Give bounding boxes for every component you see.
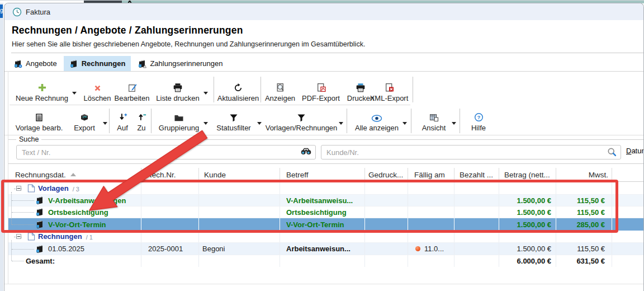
export-package-icon — [79, 112, 89, 122]
table-row-invoice-2025-0001[interactable]: 01.05.2025 2025-0001 Begoni Arbeitsanwei… — [8, 243, 644, 255]
pdf-export-button[interactable]: PDF-Export — [300, 77, 342, 102]
column-header-betreff[interactable]: Betreff — [280, 168, 365, 181]
template-doc-icon — [35, 196, 44, 205]
chevron-down-icon[interactable] — [339, 122, 343, 125]
table-header: Rechnungsdat. Rech.Nr. Kunde Betreff Ged… — [8, 168, 644, 182]
sort-ascending-icon — [70, 173, 76, 176]
total-betrag: 6.000,00 € — [499, 255, 556, 267]
divider — [4, 135, 643, 135]
separator — [411, 109, 411, 133]
page-subtitle: Hier sehen Sie alle bisher geschriebenen… — [12, 40, 365, 48]
button-label: Ansicht — [422, 124, 446, 132]
group-row-vorlagen[interactable]: Vorlagen / 3 — [8, 182, 644, 195]
collapse-groups-button[interactable]: Zu — [133, 109, 150, 132]
button-label: Liste drucken — [156, 94, 199, 102]
date-filter-link[interactable]: Datum — [626, 147, 644, 155]
xml-icon — [385, 83, 394, 92]
column-header-betrag[interactable]: Betrag (nett... — [499, 168, 556, 181]
template-name: Ortsbesichtigung — [48, 208, 108, 217]
button-label: Neue Rechnung — [16, 94, 68, 102]
edit-template-button[interactable]: Vorlage bearb. — [13, 109, 65, 132]
button-label: Bearbeiten — [115, 94, 150, 102]
arrow-up-minus-icon — [137, 112, 146, 122]
chevron-down-icon[interactable] — [72, 92, 77, 95]
status-filter-button[interactable]: Statusfilter — [212, 109, 255, 132]
button-label: Vorlage bearb. — [16, 124, 63, 132]
betrag-cell: 1.500,00 € — [499, 218, 556, 231]
table-row-v-vor-ort-termin-selected[interactable]: V-Vor-Ort-Termin V-Vor-Ort-Termin 1.500,… — [8, 218, 644, 231]
printer-icon — [173, 83, 183, 92]
preview-button[interactable]: Anzeigen — [263, 77, 297, 102]
new-invoice-button[interactable]: Neue Rechnung — [15, 77, 69, 102]
tab-angebote[interactable]: Angebote — [8, 56, 63, 71]
show-all-button[interactable]: Alle anzeigen — [353, 109, 400, 132]
help-button[interactable]: ? Hilfe — [467, 109, 490, 132]
betrag-cell: 1.500,00 € — [499, 243, 556, 255]
background-left-strip — [0, 3, 3, 291]
template-doc-icon — [35, 208, 44, 217]
column-header-rechnr[interactable]: Rech.Nr. — [141, 168, 199, 181]
chevron-down-icon[interactable] — [402, 122, 407, 125]
table-row-ortsbesichtigung[interactable]: Ortsbesichtigung Ortsbesichtigung 1.500,… — [8, 206, 644, 218]
separator — [151, 109, 151, 133]
kunde-cell: Begoni — [199, 243, 280, 255]
button-label: Auf — [117, 124, 128, 132]
table-row-v-arbeitsanweisungen[interactable]: V-Arbeitsanweisungen V-Arbeitsanweisu...… — [8, 195, 644, 206]
separator — [413, 77, 413, 102]
edit-note-icon — [127, 83, 137, 92]
separator — [460, 109, 460, 133]
grouping-button[interactable]: Gruppierung — [155, 109, 202, 132]
mwst-cell: 115,50 € — [556, 243, 612, 255]
separator — [261, 77, 261, 102]
button-label: Statusfilter — [216, 124, 250, 132]
template-name: V-Arbeitsanweisungen — [48, 196, 126, 205]
window-title: Faktura — [26, 8, 50, 16]
chevron-down-icon[interactable] — [452, 122, 456, 125]
group-row-rechnungen[interactable]: Rechnungen / 1 — [8, 231, 644, 243]
template-name: V-Vor-Ort-Termin — [48, 220, 106, 229]
separator — [347, 109, 347, 133]
table-row-total: Gesamt: 6.000,00 € 631,50 € — [8, 255, 644, 267]
divider — [4, 284, 643, 284]
betreff-cell: V-Arbeitsanweisu... — [280, 195, 365, 206]
due-date: 11.0... — [424, 245, 444, 253]
edit-button[interactable]: Bearbeiten — [113, 77, 150, 102]
betrag-cell: 1.500,00 € — [499, 206, 556, 218]
search-customer-input[interactable] — [321, 145, 621, 159]
delete-button[interactable]: Löschen — [81, 77, 113, 102]
tab-label: Angebote — [26, 59, 57, 68]
tab-rechnungen[interactable]: Rechnungen — [64, 56, 131, 71]
export-button[interactable]: Export — [68, 109, 101, 132]
magnifier-icon[interactable] — [607, 147, 617, 159]
button-label: Gruppierung — [159, 124, 199, 132]
xml-export-button[interactable]: XML-Export — [368, 77, 410, 102]
column-header-rechnungsdatum[interactable]: Rechnungsdat. — [8, 168, 141, 181]
column-header-gedruckt[interactable]: Gedruck... — [365, 168, 408, 181]
column-header-bezahlt[interactable]: Bezahlt ... — [454, 168, 499, 181]
svg-text:?: ? — [477, 114, 480, 120]
due-status-dot — [415, 246, 420, 251]
search-text-input[interactable] — [16, 145, 316, 159]
refresh-button[interactable]: Aktualisieren — [216, 77, 261, 102]
delete-x-icon — [93, 84, 102, 92]
printer-blue-icon — [356, 83, 366, 92]
window-titlebar[interactable]: Faktura — [4, 3, 643, 20]
chevron-down-icon[interactable] — [103, 122, 107, 125]
chevron-down-icon[interactable] — [203, 122, 208, 125]
expand-groups-button[interactable]: Auf — [113, 109, 132, 132]
offers-doc-icon — [13, 59, 22, 68]
templates-invoices-filter-button[interactable]: Vorlagen/Rechnungen — [266, 109, 337, 132]
invoice-number-cell: 2025-0001 — [141, 243, 199, 255]
chevron-down-icon[interactable] — [203, 92, 208, 95]
view-button[interactable]: Ansicht — [418, 109, 449, 132]
total-label: Gesamt: — [8, 255, 141, 267]
column-header-faellig[interactable]: Fällig am — [408, 168, 454, 181]
chevron-down-icon[interactable] — [257, 122, 262, 125]
divider — [11, 53, 643, 53]
divider — [8, 71, 8, 284]
binoculars-icon[interactable] — [301, 147, 311, 157]
column-header-kunde[interactable]: Kunde — [199, 168, 280, 181]
tab-zahlungserinnerungen[interactable]: Zahlungserinnerungen — [132, 56, 228, 71]
print-list-button[interactable]: Liste drucken — [154, 77, 201, 102]
column-header-mwst[interactable]: Mwst. — [556, 168, 612, 181]
